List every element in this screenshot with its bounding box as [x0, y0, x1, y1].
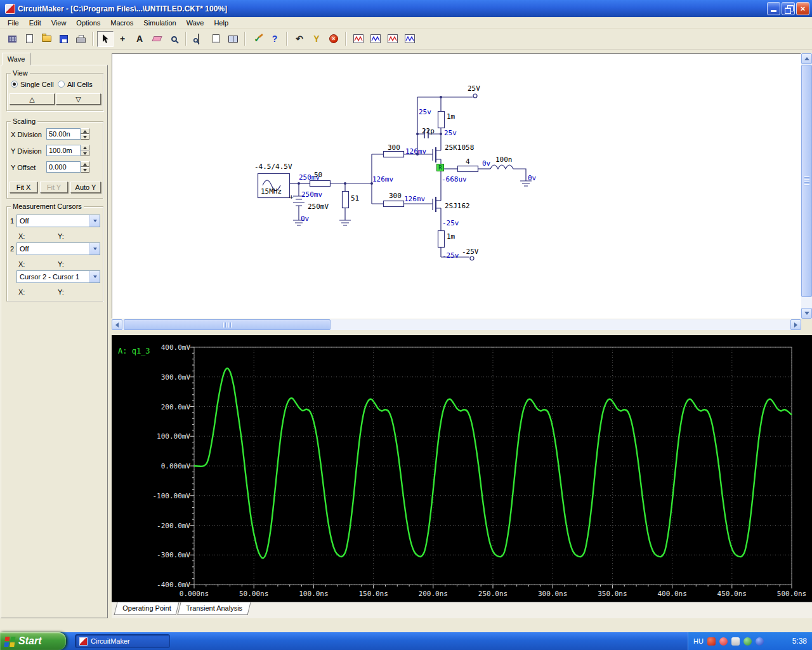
security-shield-icon[interactable]	[707, 637, 716, 646]
y-division-input[interactable]: 100.0m	[46, 145, 81, 156]
scroll-left-icon[interactable]	[112, 319, 122, 330]
taskbar-task-circuitmaker[interactable]: CircuitMaker	[75, 634, 170, 648]
scope-dual-icon[interactable]	[367, 31, 384, 47]
schematic-label: 250mv	[301, 191, 322, 198]
schematic-canvas[interactable]: -4.5/4.5V15MHz250mv50250mv+250mV0v126mv5…	[112, 53, 801, 319]
find-part-icon[interactable]	[190, 31, 207, 47]
network-status-icon[interactable]	[743, 637, 752, 646]
all-cells-radio[interactable]	[58, 81, 65, 88]
print-icon[interactable]	[72, 31, 89, 47]
undo-icon[interactable]: ↶	[291, 31, 308, 47]
delete-tool-icon[interactable]	[148, 31, 165, 47]
menu-edit[interactable]: Edit	[24, 18, 46, 28]
cursor-diff-x-label: X:	[18, 288, 25, 296]
menu-wave[interactable]: Wave	[181, 18, 209, 28]
cell-up-button[interactable]: △	[10, 93, 55, 105]
y-axis-tick-label: 0.000mV	[148, 462, 190, 470]
y-division-spin-down[interactable]	[81, 150, 89, 156]
scope-multi-icon[interactable]	[384, 31, 401, 47]
cursor-diff-combo[interactable]: Cursor 2 - Cursor 1	[16, 270, 100, 283]
sheet-icon[interactable]	[207, 31, 224, 47]
simulation-mode-icon[interactable]: ✓	[249, 31, 266, 47]
split-view-icon[interactable]	[225, 31, 241, 47]
schematic-label: 300	[389, 192, 402, 199]
cursor2-combo-arrow-icon[interactable]	[89, 243, 100, 255]
stop-simulation-icon[interactable]: ×	[325, 31, 342, 47]
cursor2-x-label: X:	[18, 260, 25, 268]
scope-single-icon[interactable]	[350, 31, 367, 47]
start-button[interactable]: Start	[0, 632, 66, 650]
menu-options[interactable]: Options	[71, 18, 105, 28]
vertical-scroll-thumb[interactable]	[801, 65, 812, 297]
x-division-spin-down[interactable]	[81, 134, 89, 140]
minimize-button[interactable]	[767, 2, 780, 15]
volume-icon[interactable]	[731, 637, 740, 646]
x-division-spin-up[interactable]	[81, 128, 89, 134]
scroll-down-icon[interactable]	[801, 308, 812, 319]
fit-x-button[interactable]: Fit X	[10, 182, 37, 193]
language-indicator[interactable]: HU	[693, 637, 704, 645]
scroll-right-icon[interactable]	[790, 319, 801, 330]
schematic-label: 25v	[444, 129, 457, 136]
horizontal-scroll-thumb[interactable]	[124, 319, 331, 330]
schematic-label: 126mv	[372, 176, 393, 183]
vertical-scrollbar[interactable]	[801, 53, 812, 319]
tab-operating-point[interactable]: Operating Point	[114, 602, 180, 615]
x-axis-tick-label: 350.0ns	[592, 590, 632, 598]
windows-logo-icon	[5, 637, 10, 641]
open-file-icon[interactable]	[38, 31, 55, 47]
zoom-tool-icon[interactable]	[166, 31, 182, 47]
schematic-label: 25v	[419, 109, 431, 116]
menu-simulation[interactable]: Simulation	[138, 18, 181, 28]
taskbar-clock[interactable]: 5:38	[792, 637, 807, 646]
y-division-label: Y Division	[11, 147, 42, 155]
y-offset-spin-down[interactable]	[81, 167, 89, 173]
measurement-cursors-group: Measurement Cursors 1 Off X: Y: 2 Off X:…	[6, 206, 103, 302]
probe-tool-icon[interactable]: Y	[308, 31, 325, 47]
fit-y-button[interactable]: Fit Y	[40, 182, 68, 193]
menu-macros[interactable]: Macros	[105, 18, 138, 28]
menu-file[interactable]: File	[3, 18, 24, 28]
window-title: CircuitMaker - [C:\Program Files\...\UNT…	[18, 4, 766, 13]
schematic-label: 250mV	[308, 203, 329, 210]
x-axis-tick-label: 0.000ns	[174, 590, 214, 598]
new-file-icon[interactable]	[21, 31, 37, 47]
save-file-icon[interactable]	[55, 31, 72, 47]
cell-down-button[interactable]: ▽	[56, 93, 101, 105]
y-offset-input[interactable]: 0.000	[46, 161, 81, 173]
wire-tool-icon[interactable]: +	[114, 31, 131, 47]
arrow-tool-icon[interactable]	[97, 31, 114, 47]
cursor-diff-combo-arrow-icon[interactable]	[89, 271, 100, 282]
x-division-input[interactable]: 50.00n	[46, 128, 81, 140]
restore-button[interactable]	[782, 2, 795, 15]
title-bar: CircuitMaker - [C:\Program Files\...\UNT…	[0, 0, 812, 17]
toolbar-separator	[345, 32, 347, 46]
x-axis-tick-label: 200.0ns	[413, 590, 454, 598]
parts-bin-icon[interactable]	[4, 31, 20, 47]
tab-transient-analysis[interactable]: Transient Analysis	[178, 602, 251, 615]
scope-split-icon[interactable]	[402, 31, 418, 47]
help-icon[interactable]: ?	[266, 31, 283, 47]
messenger-icon[interactable]	[756, 637, 764, 646]
cursor1-combo[interactable]: Off	[16, 215, 100, 227]
wave-panel: Wave View Single Cell All Cells △ ▽ Scal…	[0, 53, 109, 619]
close-button[interactable]: ×	[796, 2, 809, 15]
text-tool-icon[interactable]: A	[131, 31, 148, 47]
menu-help[interactable]: Help	[209, 18, 233, 28]
scroll-up-icon[interactable]	[801, 53, 812, 64]
alert-icon[interactable]	[719, 637, 728, 646]
single-cell-radio[interactable]	[11, 81, 18, 88]
schematic-label: 126mv	[405, 148, 426, 155]
cursor2-combo[interactable]: Off	[16, 242, 100, 255]
y-axis-tick-label: -300.0mV	[148, 551, 190, 559]
cursor1-combo-arrow-icon[interactable]	[89, 215, 100, 227]
cursor2-y-label: Y:	[58, 260, 64, 268]
tab-wave[interactable]: Wave	[2, 53, 30, 65]
menu-view[interactable]: View	[46, 18, 72, 28]
cursor2-number: 2	[10, 245, 14, 253]
horizontal-scrollbar[interactable]	[112, 319, 801, 330]
y-division-spin-up[interactable]	[81, 145, 89, 150]
y-offset-spin-up[interactable]	[81, 161, 89, 167]
probe-marker[interactable]: R	[436, 164, 444, 171]
auto-y-button[interactable]: Auto Y	[70, 182, 101, 193]
